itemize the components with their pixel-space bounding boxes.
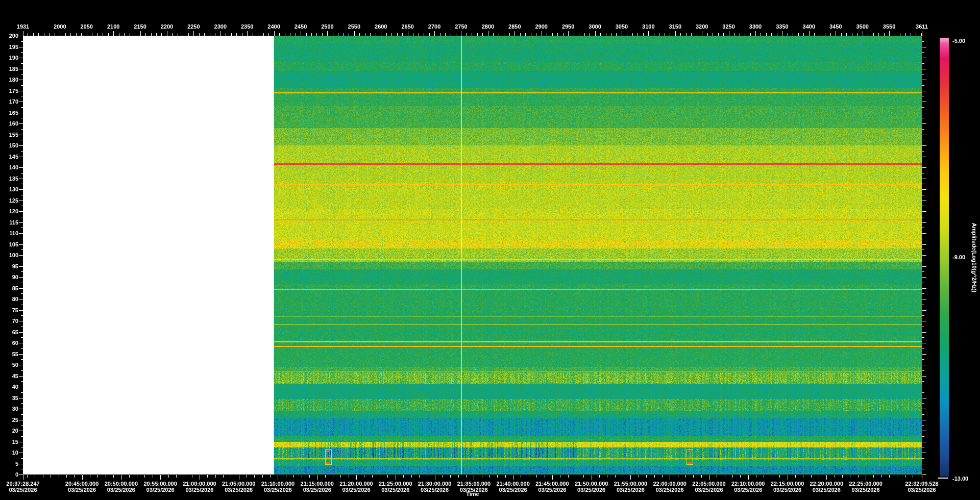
left-axis-label: 35 xyxy=(12,395,18,401)
bottom-axis-label: 21:10:00.00003/25/2026 xyxy=(261,481,295,493)
left-axis-label: 5 xyxy=(15,461,18,467)
top-axis-label: 3100 xyxy=(642,23,654,30)
top-axis-label: 2200 xyxy=(161,23,173,30)
date-value: 03/25/2026 xyxy=(810,487,843,493)
date-value: 03/25/2026 xyxy=(849,487,882,493)
date-value: 03/25/2026 xyxy=(614,487,647,493)
top-axis-label: 1931 xyxy=(17,23,29,30)
left-axis-label: 75 xyxy=(12,307,18,313)
left-axis-label: 155 xyxy=(9,132,18,138)
top-axis-label: 2600 xyxy=(375,23,387,30)
date-value: 03/25/2026 xyxy=(183,487,216,493)
left-axis-label: 25 xyxy=(12,417,18,423)
bottom-axis-label: 22:00:00.00003/25/2026 xyxy=(653,481,686,493)
top-axis-label: 3611 xyxy=(916,23,928,30)
top-axis-label: 2450 xyxy=(295,23,307,30)
left-axis-label: 160 xyxy=(9,120,18,127)
bottom-axis-label: 20:37:28.24703/25/2026 xyxy=(6,481,39,493)
top-axis-label: 3300 xyxy=(749,23,762,30)
date-value: 03/25/2026 xyxy=(771,487,804,493)
time-value: 21:10:00.000 xyxy=(261,481,295,487)
date-value: 03/25/2026 xyxy=(418,487,451,493)
top-axis-label: 2300 xyxy=(214,23,227,30)
top-axis-label: 2000 xyxy=(54,23,66,30)
bottom-axis-label: 21:25:00.00003/25/2026 xyxy=(379,481,412,493)
left-axis-label: 15 xyxy=(12,439,18,445)
bottom-axis-label: 20:55:00.00003/25/2026 xyxy=(143,481,177,493)
top-axis-label: 3000 xyxy=(589,23,601,30)
left-axis-label: 135 xyxy=(9,176,18,182)
time-value: 20:37:28.247 xyxy=(6,481,39,487)
bottom-axis-label: 21:15:00.00003/25/2026 xyxy=(301,481,334,493)
left-axis-label: 85 xyxy=(12,285,18,291)
bottom-axis-label: 21:05:00.00003/25/2026 xyxy=(222,481,255,493)
time-value: 20:50:00.000 xyxy=(105,481,138,487)
date-value: 03/25/2026 xyxy=(575,487,608,493)
left-axis-label: 20 xyxy=(12,428,18,434)
time-value: 20:45:00.000 xyxy=(65,481,99,487)
left-axis-label: 140 xyxy=(9,164,18,170)
top-axis-label: 3400 xyxy=(803,23,815,30)
colorbar-value-label: -9.00 xyxy=(952,254,965,260)
left-axis-label: 200 xyxy=(9,33,18,39)
date-value: 03/25/2026 xyxy=(496,487,529,493)
top-axis-label: 2950 xyxy=(562,23,574,30)
left-axis-label: 150 xyxy=(9,142,18,148)
date-value: 03/25/2026 xyxy=(905,487,938,493)
bottom-axis-label: 21:20:00.00003/25/2026 xyxy=(339,481,373,493)
bottom-axis-label: 21:55:00.00003/25/2026 xyxy=(614,481,647,493)
time-value: 22:10:00.000 xyxy=(731,481,765,487)
date-value: 03/25/2026 xyxy=(731,487,765,493)
time-value: 22:20:00.000 xyxy=(810,481,843,487)
bottom-axis-label: 21:50:00.00003/25/2026 xyxy=(575,481,608,493)
bottom-axis-label: 22:25:00.00003/25/2026 xyxy=(849,481,882,493)
date-value: 03/25/2026 xyxy=(379,487,412,493)
colorbar-value-label: -13.00 xyxy=(952,476,968,482)
top-axis-label: 2900 xyxy=(535,23,547,30)
left-axis-label: 125 xyxy=(9,197,18,204)
top-axis-label: 3550 xyxy=(883,23,895,30)
left-axis-label: 110 xyxy=(9,230,18,236)
left-axis-label: 10 xyxy=(12,449,18,456)
top-axis-label: 3200 xyxy=(696,23,708,30)
date-value: 03/25/2026 xyxy=(65,487,99,493)
time-value: 22:15:00.000 xyxy=(771,481,804,487)
left-axis-label: 175 xyxy=(9,88,18,94)
top-axis-label: 3350 xyxy=(776,23,788,30)
date-value: 03/25/2026 xyxy=(143,487,177,493)
bottom-axis-label: 20:50:00.00003/25/2026 xyxy=(105,481,138,493)
top-axis-label: 2650 xyxy=(401,23,413,30)
left-axis-label: 0 xyxy=(15,471,18,478)
time-value: 22:25:00.000 xyxy=(849,481,882,487)
left-axis-label: 90 xyxy=(12,274,18,280)
bottom-axis-label: 21:45:00.00003/25/2026 xyxy=(535,481,569,493)
bottom-axis-label: 21:40:00.00003/25/2026 xyxy=(496,481,529,493)
top-axis-label: 2850 xyxy=(508,23,521,30)
time-value: 21:55:00.000 xyxy=(614,481,647,487)
left-axis-label: 180 xyxy=(9,77,18,83)
date-value: 03/25/2026 xyxy=(6,487,39,493)
left-axis-label: 40 xyxy=(12,384,18,390)
left-axis-label: 145 xyxy=(9,154,18,160)
date-value: 03/25/2026 xyxy=(261,487,295,493)
top-axis-label: 2150 xyxy=(134,23,146,30)
top-axis-label: 2250 xyxy=(187,23,200,30)
time-value: 21:50:00.000 xyxy=(575,481,608,487)
time-value: 21:20:00.000 xyxy=(339,481,373,487)
top-axis-label: 2400 xyxy=(267,23,280,30)
date-value: 03/25/2026 xyxy=(105,487,138,493)
time-value: 21:00:00.000 xyxy=(183,481,216,487)
top-axis-label: 3050 xyxy=(616,23,628,30)
left-axis-label: 185 xyxy=(9,66,18,72)
time-value: 22:00:00.000 xyxy=(653,481,686,487)
top-axis-label: 2750 xyxy=(455,23,467,30)
date-value: 03/25/2026 xyxy=(222,487,255,493)
time-value: 21:35:00.000 xyxy=(457,481,491,487)
top-axis-label: 2700 xyxy=(428,23,440,30)
spectrogram-canvas[interactable] xyxy=(0,0,980,500)
date-value: 03/25/2026 xyxy=(339,487,373,493)
top-axis-label: 3150 xyxy=(669,23,681,30)
left-axis-label: 190 xyxy=(9,55,18,61)
top-axis-label: 3500 xyxy=(856,23,868,30)
bottom-axis-label: 22:32:09.52803/25/2026 xyxy=(905,481,938,493)
